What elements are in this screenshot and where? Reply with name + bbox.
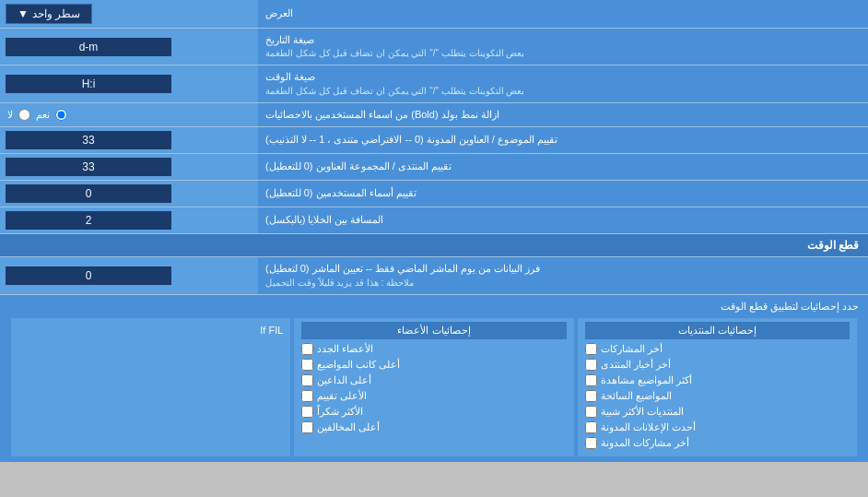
date-format-input[interactable] — [6, 38, 171, 56]
list-item: أخر أخبار المنتدى — [585, 359, 850, 371]
bold-no-label: لا — [7, 109, 13, 121]
list-item: الأعضاء الجدد — [301, 343, 566, 355]
checkbox-last-news[interactable] — [585, 359, 597, 371]
topic-order-label: تقييم الموضوع / العناوين المدونة (0 -- ا… — [258, 127, 868, 153]
checkbox-top-referrers[interactable] — [301, 374, 313, 386]
list-item: أكثر المواضيع مشاهدة — [585, 374, 850, 386]
list-item: المواضيع السائحة — [585, 390, 850, 402]
checkboxes-container: إحصائيات المنتديات أخر المشاركات أخر أخب… — [9, 318, 859, 456]
usernames-order-row: تقييم أسماء المستخدمين (0 للتعطيل) — [0, 181, 868, 207]
bold-no-radio[interactable] — [18, 109, 30, 121]
cell-spacing-label: المسافة بين الخلايا (بالبكسل) — [258, 207, 868, 233]
col-members-stats: إحصائيات الأعضاء الأعضاء الجدد أعلى كاتب… — [294, 318, 573, 456]
bold-remove-row: ازالة نمط بولد (Bold) من اسماء المستخدمي… — [0, 103, 868, 127]
forum-order-input-cell — [0, 154, 258, 180]
cell-spacing-row: المسافة بين الخلايا (بالبكسل) — [0, 207, 868, 234]
dropdown-arrow-icon: ▼ — [18, 7, 29, 20]
stats-section: حدد إحصائيات لتطبيق قطع الوقت إحصائيات ا… — [0, 295, 868, 462]
time-format-input-cell — [0, 65, 258, 101]
forum-order-label: تقييم المنتدى / المجموعة العناوين (0 للت… — [258, 154, 868, 180]
cutoff-input-cell — [0, 257, 258, 293]
display-mode-label: العرض — [258, 0, 868, 28]
bold-remove-input-cell: نعم لا — [0, 103, 258, 126]
checkbox-top-poster[interactable] — [301, 359, 313, 371]
checkbox-top-violators[interactable] — [301, 421, 313, 433]
topic-order-row: تقييم الموضوع / العناوين المدونة (0 -- ا… — [0, 127, 868, 154]
main-container: العرض سطر واحد ▼ صيغة التاريخ بعض التكوي… — [0, 0, 868, 462]
list-item: أعلى الداعين — [301, 374, 566, 386]
checkbox-new-members[interactable] — [301, 343, 313, 355]
list-item: أحدث الإعلانات المدونة — [585, 421, 850, 433]
checkbox-trending[interactable] — [585, 390, 597, 402]
display-mode-row: العرض سطر واحد ▼ — [0, 0, 868, 29]
date-format-input-cell — [0, 29, 258, 65]
usernames-order-label: تقييم أسماء المستخدمين (0 للتعطيل) — [258, 181, 868, 207]
cutoff-section-header: قطع الوقت — [0, 234, 868, 257]
display-mode-dropdown[interactable]: سطر واحد ▼ — [6, 4, 92, 24]
bold-radio-group: نعم لا — [7, 109, 67, 121]
checkbox-last-posts[interactable] — [585, 343, 597, 355]
cutoff-input[interactable] — [6, 266, 171, 285]
cutoff-label: فرز البيانات من يوم الماشر الماضي فقط --… — [258, 257, 868, 293]
bold-yes-label: نعم — [36, 109, 50, 121]
time-format-row: صيغة الوقت بعض التكوينات يتطلب "/" التي … — [0, 65, 868, 102]
col-forums-stats: إحصائيات المنتديات أخر المشاركات أخر أخب… — [578, 318, 857, 456]
usernames-order-input[interactable] — [6, 184, 171, 203]
bold-remove-label: ازالة نمط بولد (Bold) من اسماء المستخدمي… — [258, 103, 868, 126]
checkbox-most-viewed[interactable] — [585, 374, 597, 386]
date-format-label: صيغة التاريخ بعض التكوينات يتطلب "/" الت… — [258, 29, 868, 65]
forum-order-row: تقييم المنتدى / المجموعة العناوين (0 للت… — [0, 154, 868, 181]
cutoff-row: فرز البيانات من يوم الماشر الماضي فقط --… — [0, 257, 868, 294]
cell-spacing-input[interactable] — [6, 211, 171, 230]
list-item: المنتديات الأكثر شبية — [585, 406, 850, 418]
checkbox-top-rated[interactable] — [301, 390, 313, 402]
stats-title: حدد إحصائيات لتطبيق قطع الوقت — [9, 301, 859, 313]
checkbox-latest-announcements[interactable] — [585, 421, 597, 433]
list-item: أخر مشاركات المدونة — [585, 437, 850, 449]
topic-order-input[interactable] — [6, 131, 171, 149]
date-format-row: صيغة التاريخ بعض التكوينات يتطلب "/" الت… — [0, 29, 868, 65]
time-format-label: صيغة الوقت بعض التكوينات يتطلب "/" التي … — [258, 65, 868, 101]
display-mode-input-cell: سطر واحد ▼ — [0, 0, 258, 28]
topic-order-input-cell — [0, 127, 258, 153]
cell-spacing-input-cell — [0, 207, 258, 233]
col-empty: If FIL — [11, 318, 290, 456]
col-members-header: إحصائيات الأعضاء — [301, 322, 566, 339]
bold-yes-radio[interactable] — [55, 109, 67, 121]
list-item: أعلى كاتب المواضيع — [301, 359, 566, 371]
time-format-input[interactable] — [6, 75, 171, 93]
checkbox-popular-forums[interactable] — [585, 406, 597, 418]
list-item: الأكثر شكراً — [301, 406, 566, 418]
checkbox-most-thanked[interactable] — [301, 406, 313, 418]
list-item: أخر المشاركات — [585, 343, 850, 355]
col-empty-label: If FIL — [18, 322, 283, 338]
list-item: الأعلى تقييم — [301, 390, 566, 402]
forum-order-input[interactable] — [6, 158, 171, 176]
usernames-order-input-cell — [0, 181, 258, 207]
col-forums-header: إحصائيات المنتديات — [585, 322, 850, 339]
checkbox-last-blog-posts[interactable] — [585, 437, 597, 449]
list-item: أعلى المخالفين — [301, 421, 566, 433]
